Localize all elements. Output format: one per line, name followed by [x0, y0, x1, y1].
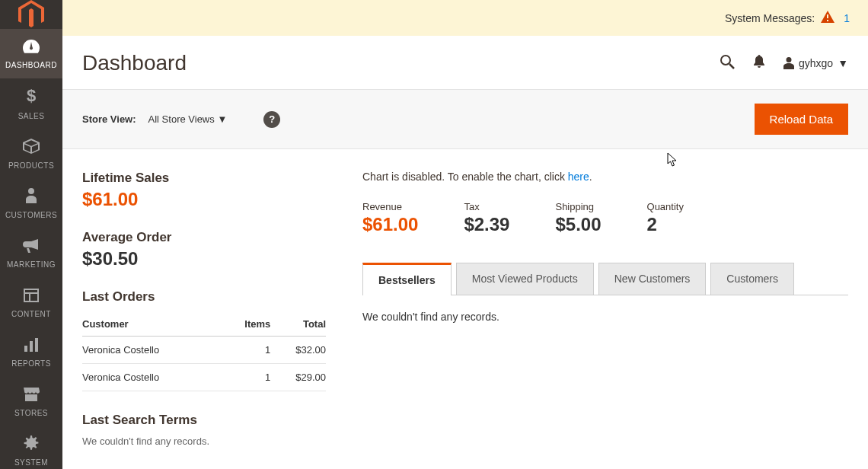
nav-reports[interactable]: REPORTS: [0, 327, 62, 377]
nav-label: PRODUCTS: [8, 161, 54, 170]
user-icon: [783, 57, 794, 69]
metric-shipping: Shipping $5.00: [555, 201, 601, 235]
reload-data-button[interactable]: Reload Data: [755, 104, 848, 135]
metric-quantity: Quantity 2: [647, 201, 684, 235]
nav-label: MARKETING: [7, 260, 56, 269]
lifetime-sales-value: $61.00: [82, 189, 326, 210]
col-total: Total: [270, 312, 326, 337]
nav-stores[interactable]: STORES: [0, 377, 62, 426]
svg-text:$: $: [27, 88, 36, 104]
page-header: Dashboard gyhxgo ▼: [62, 36, 868, 89]
dollar-icon: $: [26, 88, 37, 109]
help-icon[interactable]: ?: [263, 111, 280, 128]
bullhorn-icon: [23, 238, 40, 257]
search-icon[interactable]: [720, 54, 735, 73]
nav-label: CONTENT: [11, 310, 51, 318]
table-row[interactable]: Veronica Costello 1 $32.00: [82, 337, 326, 364]
nav-label: SYSTEM: [14, 458, 48, 467]
system-messages-label: System Messages:: [725, 12, 815, 24]
nav-customers[interactable]: CUSTOMERS: [0, 179, 62, 228]
store-view-select[interactable]: All Store Views ▼: [148, 113, 228, 125]
admin-sidebar: DASHBOARD $ SALES PRODUCTS CUSTOMERS MAR…: [0, 0, 62, 469]
nav-content[interactable]: CONTENT: [0, 278, 62, 327]
page-title: Dashboard: [82, 51, 187, 75]
svg-line-2: [729, 64, 734, 69]
last-search-empty: We couldn't find any records.: [82, 436, 326, 447]
enable-chart-link[interactable]: here: [568, 171, 589, 183]
gear-icon: [24, 436, 39, 455]
tab-customers[interactable]: Customers: [710, 263, 794, 295]
col-customer: Customer: [82, 312, 223, 337]
user-name: gyhxgo: [799, 57, 833, 69]
lifetime-sales-title: Lifetime Sales: [82, 171, 326, 186]
nav-label: SALES: [18, 112, 45, 120]
tab-new-customers[interactable]: New Customers: [598, 263, 707, 295]
tab-most-viewed[interactable]: Most Viewed Products: [456, 263, 594, 295]
svg-point-1: [721, 56, 730, 65]
chevron-down-icon: ▼: [217, 113, 227, 125]
average-order-value: $30.50: [82, 248, 326, 270]
dashboard-icon: [23, 38, 40, 58]
magento-logo[interactable]: [0, 0, 62, 29]
box-icon: [23, 139, 40, 158]
storefront-icon: [23, 386, 40, 406]
last-orders-table: Customer Items Total Veronica Costello 1…: [82, 312, 326, 391]
metric-tax: Tax $2.39: [464, 201, 509, 235]
toolbar: Store View: All Store Views ▼ ? Reload D…: [62, 89, 868, 149]
store-view-label: Store View:: [82, 113, 136, 125]
nav-system[interactable]: SYSTEM: [0, 426, 62, 469]
nav-label: CUSTOMERS: [5, 211, 57, 219]
col-items: Items: [223, 312, 270, 337]
chart-disabled-note: Chart is disabled. To enable the chart, …: [362, 171, 848, 183]
chevron-down-icon: ▼: [838, 57, 848, 69]
nav-marketing[interactable]: MARKETING: [0, 228, 62, 278]
tab-bestsellers[interactable]: Bestsellers: [362, 263, 452, 295]
last-orders-title: Last Orders: [82, 289, 326, 305]
average-order-title: Average Order: [82, 230, 326, 245]
last-search-title: Last Search Terms: [82, 413, 326, 428]
nav-label: DASHBOARD: [5, 61, 57, 69]
nav-label: REPORTS: [11, 359, 51, 368]
warning-icon: [821, 11, 834, 25]
nav-products[interactable]: PRODUCTS: [0, 129, 62, 179]
notifications-icon[interactable]: [753, 55, 765, 72]
table-row[interactable]: Veronica Costello 1 $29.00: [82, 364, 326, 391]
nav-sales[interactable]: $ SALES: [0, 78, 62, 129]
dashboard-tabs: Bestsellers Most Viewed Products New Cus…: [362, 263, 848, 295]
system-messages-bar[interactable]: System Messages: 1: [62, 0, 868, 36]
bars-icon: [24, 337, 39, 356]
nav-label: STORES: [14, 409, 48, 417]
user-menu[interactable]: gyhxgo ▼: [783, 57, 848, 69]
layout-icon: [24, 287, 39, 307]
metric-revenue: Revenue $61.00: [362, 201, 418, 235]
nav-dashboard[interactable]: DASHBOARD: [0, 29, 62, 78]
person-icon: [26, 188, 37, 208]
system-messages-count: 1: [844, 12, 850, 24]
tab-content-empty: We couldn't find any records.: [362, 295, 848, 338]
